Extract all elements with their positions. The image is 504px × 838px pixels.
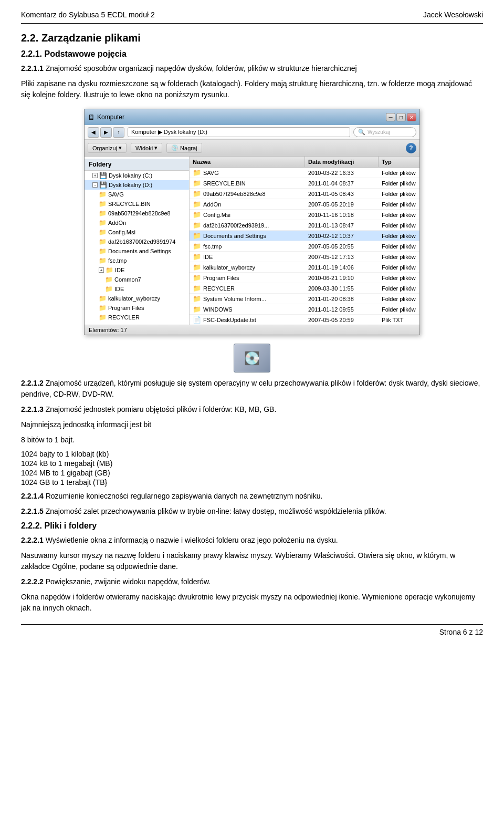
- col-date[interactable]: Data modyfikacji: [305, 157, 379, 167]
- section-2-2-2-title: 2.2.2. Pliki i foldery: [21, 521, 483, 531]
- folder-ide2-label: IDE: [114, 286, 124, 292]
- folder-srecycle-icon: 📁: [99, 200, 107, 208]
- section-2-2-2-2-num: 2.2.2.2: [21, 577, 44, 586]
- file-row-fsc-txt[interactable]: 📄FSC-DeskUpdate.txt 2007-05-05 20:59 Pli…: [190, 315, 419, 325]
- tree-item-ide[interactable]: + 📁 IDE: [85, 265, 189, 275]
- tree-item-addon[interactable]: 📁 AddOn: [85, 218, 189, 227]
- tree-item-docsettings[interactable]: 📁 Documents and Settings: [85, 246, 189, 256]
- file-date: 2010-02-12 10:37: [305, 231, 379, 241]
- section-2-2-1-1-para1: Pliki zapisane na dysku rozmieszczone są…: [21, 78, 483, 100]
- section-2-2-2-2-text: Powiększanie, zwijanie widoku napędów, f…: [46, 577, 211, 586]
- file-row[interactable]: 📁WINDOWS 2011-01-12 09:55 Folder plików: [190, 304, 419, 315]
- section-2-2-2-2-heading: 2.2.2.2 Powiększanie, zwijanie widoku na…: [21, 576, 483, 587]
- file-row[interactable]: 📁kalkulator_wyborczy 2011-01-19 14:06 Fo…: [190, 262, 419, 273]
- file-name: 📁kalkulator_wyborczy: [190, 262, 305, 272]
- burn-button[interactable]: 💿 Nagraj: [166, 143, 202, 153]
- file-row[interactable]: 📁System Volume Inform... 2011-01-20 08:3…: [190, 294, 419, 304]
- file-list-header: Nazwa Data modyfikacji Typ R: [190, 157, 419, 168]
- expand-c-icon[interactable]: +: [92, 173, 98, 178]
- search-icon: 🔍: [358, 129, 365, 136]
- file-name: 📁WINDOWS: [190, 304, 305, 314]
- maximize-button[interactable]: □: [396, 113, 406, 121]
- folder-icon: 📁: [193, 284, 201, 292]
- file-date: 2010-11-16 10:18: [305, 210, 379, 220]
- tree-item-fsctmp[interactable]: 📁 fsc.tmp: [85, 256, 189, 265]
- computer-icon: 🖥: [88, 113, 95, 121]
- col-type[interactable]: Typ: [379, 157, 419, 167]
- folder-daf2b-icon: 📁: [99, 238, 107, 245]
- tree-item-d[interactable]: - 💾 Dysk lokalny (D:): [85, 180, 189, 190]
- status-bar: Elementów: 17: [85, 325, 419, 335]
- folder-savg-label: SAVG: [108, 191, 124, 198]
- tree-item-c[interactable]: + 💾 Dysk lokalny (C:): [85, 171, 189, 180]
- folder-ide2-icon: 📁: [105, 285, 113, 293]
- tree-item-ide2[interactable]: 📁 IDE: [85, 284, 189, 294]
- section-2-2-1-3-text: Znajomość jednostek pomiaru objętości pl…: [46, 405, 277, 413]
- file-row[interactable]: 📁daf2b163700f2ed93919... 2011-01-13 08:4…: [190, 220, 419, 231]
- section-2-2-1-4-num: 2.2.1.4: [21, 492, 44, 500]
- tree-item-kalkulator[interactable]: 📁 kalkulator_wyborczy: [85, 294, 189, 303]
- file-row[interactable]: 📁Config.Msi 2010-11-16 10:18 Folder plik…: [190, 210, 419, 220]
- file-row[interactable]: 📁Program Files 2010-06-21 19:10 Folder p…: [190, 273, 419, 283]
- file-name: 📁SRECYCLE.BIN: [190, 178, 305, 188]
- file-row[interactable]: 📁RECYCLER 2009-03-30 11:55 Folder plików: [190, 283, 419, 294]
- file-row[interactable]: 📁09ab507f294eb828c9e8 2011-01-05 08:43 F…: [190, 189, 419, 199]
- file-name: 📁Program Files: [190, 273, 305, 283]
- drive-image-area: 💽: [21, 344, 483, 373]
- tree-item-daf2b[interactable]: 📁 daf2b163700f2ed9391974: [85, 237, 189, 246]
- file-row[interactable]: 📁fsc.tmp 2007-05-05 20:55 Folder plików: [190, 241, 419, 252]
- folder-savg-icon: 📁: [99, 191, 107, 198]
- col-name[interactable]: Nazwa: [190, 157, 305, 167]
- folder-docsettings-icon: 📁: [99, 247, 107, 255]
- tree-item-recycler[interactable]: 📁 RECYCLER: [85, 313, 189, 322]
- folder-fsctmp-label: fsc.tmp: [108, 257, 127, 264]
- folder-common7-icon: 📁: [105, 276, 113, 283]
- folder-09ab-label: 09ab507f294eb828c9e8: [108, 210, 171, 216]
- file-date: 2009-03-30 11:55: [305, 283, 379, 293]
- file-name: 📁daf2b163700f2ed93919...: [190, 220, 305, 230]
- drive-c-icon: 💾: [99, 172, 107, 179]
- file-row[interactable]: 📁SAVG 2010-03-22 16:33 Folder plików: [190, 168, 419, 178]
- forward-button[interactable]: ▶: [100, 127, 112, 138]
- folder-icon: 📁: [193, 242, 201, 250]
- breadcrumb[interactable]: Komputer ▶ Dysk lokalny (D:): [128, 127, 350, 137]
- help-button[interactable]: ?: [406, 143, 416, 153]
- folder-ide-icon: 📁: [106, 266, 113, 274]
- file-type: Folder plików: [379, 283, 419, 293]
- file-row[interactable]: 📁IDE 2007-05-12 17:13 Folder plików: [190, 252, 419, 262]
- folder-icon: 📁: [193, 221, 201, 229]
- tree-item-common7[interactable]: 📁 Common7: [85, 275, 189, 284]
- tree-item-savg[interactable]: 📁 SAVG: [85, 190, 189, 199]
- status-text: Elementów: 17: [89, 327, 127, 333]
- title-bar-left: 🖥 Komputer: [88, 113, 124, 121]
- minimize-button[interactable]: ─: [386, 113, 395, 121]
- section-2-2-1-1-text: Znajomość sposobów organizacji napędów d…: [46, 64, 357, 73]
- tree-item-programfiles[interactable]: 📁 Program Files: [85, 303, 189, 313]
- folder-docsettings-label: Documents and Settings: [108, 248, 171, 254]
- folder-kalkulator-label: kalkulator_wyborczy: [108, 295, 160, 302]
- section-2-2-1-3-list: 1024 bajty to 1 kilobajt (kb) 1024 kB to…: [21, 450, 483, 487]
- section-2-2-2-1-text: Wyświetlenie okna z informacją o nazwie …: [46, 536, 338, 544]
- back-button[interactable]: ◀: [88, 127, 99, 138]
- file-row-documents-settings[interactable]: 📁Documents and Settings 2010-02-12 10:37…: [190, 231, 419, 241]
- file-name: 📄FSC-DeskUpdate.txt: [190, 315, 305, 325]
- file-date: 2007-05-05 20:19: [305, 199, 379, 209]
- expand-ide-icon[interactable]: +: [99, 267, 104, 273]
- views-button[interactable]: Widoki ▾: [131, 143, 162, 153]
- file-row[interactable]: 📁SRECYCLE.BIN 2011-01-04 08:37 Folder pl…: [190, 178, 419, 189]
- tree-item-srecycle[interactable]: 📁 SRECYCLE.BIN: [85, 199, 189, 209]
- file-type: Folder plików: [379, 199, 419, 209]
- section-2-2-2-2-para1: Okna napędów i folderów otwieramy nacisk…: [21, 592, 483, 614]
- drive-d-label: Dysk lokalny (D:): [109, 182, 152, 188]
- file-name: 📁AddOn: [190, 199, 305, 209]
- organize-button[interactable]: Organizuj ▾: [88, 143, 127, 153]
- search-bar[interactable]: 🔍 Wyszukaj: [353, 127, 416, 137]
- tree-item-09ab[interactable]: 📁 09ab507f294eb828c9e8: [85, 209, 189, 218]
- close-button[interactable]: ✕: [407, 113, 416, 121]
- file-row[interactable]: 📁AddOn 2007-05-05 20:19 Folder plików: [190, 199, 419, 210]
- folder-kalkulator-icon: 📁: [99, 295, 107, 302]
- file-date: 2007-05-05 20:55: [305, 241, 379, 251]
- up-button[interactable]: ↑: [113, 127, 124, 138]
- expand-d-icon[interactable]: -: [92, 182, 98, 188]
- tree-item-configmsi[interactable]: 📁 Config.Msi: [85, 227, 189, 237]
